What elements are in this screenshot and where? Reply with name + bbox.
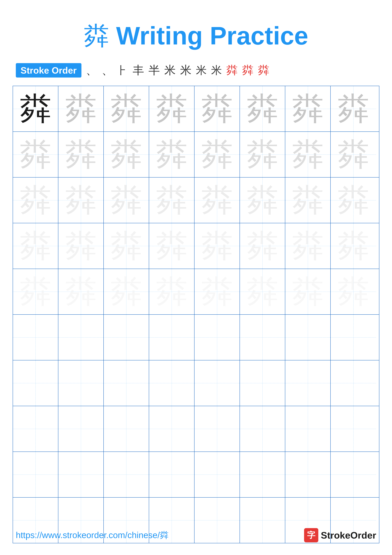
grid-cell-2-1[interactable]: 粦 <box>13 132 58 177</box>
grid-cell-8-6[interactable] <box>240 406 285 452</box>
writing-grid: 粦 粦 粦 粦 粦 粦 粦 粦 粦 粦 粦 <box>13 86 379 543</box>
grid-cell-9-4[interactable] <box>149 452 194 497</box>
practice-char: 粦 <box>156 184 187 216</box>
grid-cell-5-2[interactable]: 粦 <box>58 269 104 314</box>
grid-cell-8-2[interactable] <box>58 406 104 452</box>
grid-cell-2-6[interactable]: 粦 <box>240 132 285 177</box>
stroke-step-10: 粦 <box>226 63 238 78</box>
practice-char: 粦 <box>247 93 278 125</box>
grid-cell-4-6[interactable]: 粦 <box>240 223 285 269</box>
grid-cell-3-1[interactable]: 粦 <box>13 177 58 223</box>
grid-cell-6-8[interactable] <box>331 315 376 360</box>
grid-cell-8-5[interactable] <box>194 406 240 452</box>
grid-cell-7-6[interactable] <box>240 360 285 406</box>
grid-row-2: 粦 粦 粦 粦 粦 粦 粦 粦 <box>13 132 379 177</box>
grid-cell-6-3[interactable] <box>104 315 149 360</box>
grid-row-9 <box>13 452 379 497</box>
practice-char: 粦 <box>111 139 142 170</box>
grid-cell-8-7[interactable] <box>285 406 331 452</box>
grid-cell-3-4[interactable]: 粦 <box>149 177 194 223</box>
grid-cell-2-4[interactable]: 粦 <box>149 132 194 177</box>
grid-cell-3-8[interactable]: 粦 <box>331 177 376 223</box>
practice-char: 粦 <box>65 230 97 262</box>
grid-cell-7-8[interactable] <box>331 360 376 406</box>
grid-cell-3-3[interactable]: 粦 <box>104 177 149 223</box>
grid-cell-4-2[interactable]: 粦 <box>58 223 104 269</box>
stroke-step-5: 半 <box>149 63 160 78</box>
practice-char: 粦 <box>247 230 278 262</box>
grid-cell-2-2[interactable]: 粦 <box>58 132 104 177</box>
grid-cell-5-6[interactable]: 粦 <box>240 269 285 314</box>
grid-cell-5-5[interactable]: 粦 <box>194 269 240 314</box>
grid-cell-1-6[interactable]: 粦 <box>240 86 285 131</box>
stroke-step-7: 米 <box>180 63 192 78</box>
stroke-step-1: 、 <box>86 63 97 78</box>
grid-cell-4-5[interactable]: 粦 <box>194 223 240 269</box>
grid-cell-9-6[interactable] <box>240 452 285 497</box>
grid-cell-3-7[interactable]: 粦 <box>285 177 331 223</box>
grid-row-6 <box>13 315 379 360</box>
grid-cell-5-3[interactable]: 粦 <box>104 269 149 314</box>
practice-char: 粦 <box>201 276 233 307</box>
grid-cell-6-5[interactable] <box>194 315 240 360</box>
strokeorder-logo-icon: 字 <box>304 528 318 542</box>
grid-cell-9-8[interactable] <box>331 452 376 497</box>
grid-cell-7-1[interactable] <box>13 360 58 406</box>
grid-cell-3-5[interactable]: 粦 <box>194 177 240 223</box>
grid-cell-3-2[interactable]: 粦 <box>58 177 104 223</box>
stroke-step-4: 丰 <box>133 63 144 78</box>
grid-cell-1-1[interactable]: 粦 <box>13 86 58 131</box>
grid-cell-9-3[interactable] <box>104 452 149 497</box>
grid-cell-4-8[interactable]: 粦 <box>331 223 376 269</box>
grid-cell-8-3[interactable] <box>104 406 149 452</box>
grid-cell-4-7[interactable]: 粦 <box>285 223 331 269</box>
practice-char: 粦 <box>201 93 233 125</box>
grid-cell-9-2[interactable] <box>58 452 104 497</box>
grid-cell-4-1[interactable]: 粦 <box>13 223 58 269</box>
practice-char: 粦 <box>20 93 51 125</box>
grid-cell-5-8[interactable]: 粦 <box>331 269 376 314</box>
grid-cell-6-2[interactable] <box>58 315 104 360</box>
grid-cell-3-6[interactable]: 粦 <box>240 177 285 223</box>
grid-cell-6-6[interactable] <box>240 315 285 360</box>
grid-cell-7-2[interactable] <box>58 360 104 406</box>
grid-cell-2-3[interactable]: 粦 <box>104 132 149 177</box>
grid-cell-4-3[interactable]: 粦 <box>104 223 149 269</box>
grid-cell-6-7[interactable] <box>285 315 331 360</box>
grid-cell-1-8[interactable]: 粦 <box>331 86 376 131</box>
grid-cell-8-8[interactable] <box>331 406 376 452</box>
grid-cell-7-3[interactable] <box>104 360 149 406</box>
practice-char: 粦 <box>338 139 369 170</box>
grid-cell-7-4[interactable] <box>149 360 194 406</box>
grid-cell-6-4[interactable] <box>149 315 194 360</box>
grid-cell-2-7[interactable]: 粦 <box>285 132 331 177</box>
grid-cell-5-4[interactable]: 粦 <box>149 269 194 314</box>
grid-cell-5-1[interactable]: 粦 <box>13 269 58 314</box>
grid-cell-1-2[interactable]: 粦 <box>58 86 104 131</box>
grid-row-5: 粦 粦 粦 粦 粦 粦 粦 粦 <box>13 269 379 315</box>
grid-cell-9-7[interactable] <box>285 452 331 497</box>
grid-cell-1-7[interactable]: 粦 <box>285 86 331 131</box>
grid-cell-8-4[interactable] <box>149 406 194 452</box>
grid-cell-7-5[interactable] <box>194 360 240 406</box>
footer-url[interactable]: https://www.strokeorder.com/chinese/粦 <box>16 529 169 541</box>
stroke-order-label: Stroke Order <box>16 63 81 78</box>
grid-cell-9-5[interactable] <box>194 452 240 497</box>
grid-cell-1-5[interactable]: 粦 <box>194 86 240 131</box>
grid-cell-1-4[interactable]: 粦 <box>149 86 194 131</box>
grid-cell-2-8[interactable]: 粦 <box>331 132 376 177</box>
practice-char: 粦 <box>292 230 324 262</box>
grid-cell-5-7[interactable]: 粦 <box>285 269 331 314</box>
grid-cell-9-1[interactable] <box>13 452 58 497</box>
grid-cell-4-4[interactable]: 粦 <box>149 223 194 269</box>
grid-cell-7-7[interactable] <box>285 360 331 406</box>
grid-cell-2-5[interactable]: 粦 <box>194 132 240 177</box>
stroke-step-6: 米 <box>164 63 176 78</box>
practice-char: 粦 <box>20 230 51 262</box>
grid-cell-1-3[interactable]: 粦 <box>104 86 149 131</box>
footer: https://www.strokeorder.com/chinese/粦 字 … <box>16 528 376 542</box>
grid-cell-8-1[interactable] <box>13 406 58 452</box>
stroke-order-area: Stroke Order 、 、 ⺊ 丰 半 米 米 米 米 粦 粦 粦 <box>0 63 392 78</box>
title-area: 粦 Writing Practice <box>0 0 392 53</box>
grid-cell-6-1[interactable] <box>13 315 58 360</box>
